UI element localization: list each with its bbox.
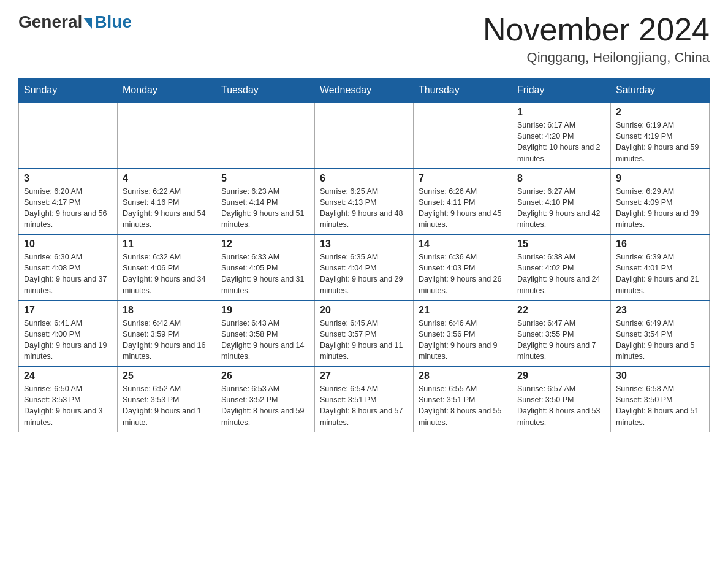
- calendar-cell: 4Sunrise: 6:22 AMSunset: 4:16 PMDaylight…: [118, 169, 216, 235]
- day-info: Sunrise: 6:20 AMSunset: 4:17 PMDaylight:…: [24, 186, 112, 231]
- calendar-cell: [414, 102, 512, 169]
- week-row-5: 24Sunrise: 6:50 AMSunset: 3:53 PMDayligh…: [19, 366, 710, 432]
- calendar-cell: 10Sunrise: 6:30 AMSunset: 4:08 PMDayligh…: [19, 234, 118, 301]
- day-info: Sunrise: 6:41 AMSunset: 4:00 PMDaylight:…: [24, 318, 112, 362]
- calendar-cell: 11Sunrise: 6:32 AMSunset: 4:06 PMDayligh…: [118, 234, 216, 301]
- day-number: 17: [24, 305, 112, 316]
- day-info: Sunrise: 6:30 AMSunset: 4:08 PMDaylight:…: [24, 251, 112, 296]
- week-row-2: 3Sunrise: 6:20 AMSunset: 4:17 PMDaylight…: [19, 169, 710, 235]
- day-info: Sunrise: 6:52 AMSunset: 3:53 PMDaylight:…: [123, 383, 211, 428]
- day-info: Sunrise: 6:57 AMSunset: 3:50 PMDaylight:…: [517, 383, 605, 428]
- calendar-cell: [216, 102, 315, 169]
- day-info: Sunrise: 6:38 AMSunset: 4:02 PMDaylight:…: [517, 251, 605, 296]
- day-number: 6: [320, 173, 408, 184]
- day-info: Sunrise: 6:25 AMSunset: 4:13 PMDaylight:…: [320, 186, 408, 231]
- day-info: Sunrise: 6:32 AMSunset: 4:06 PMDaylight:…: [123, 251, 211, 296]
- logo: General Blue: [18, 12, 132, 32]
- day-info: Sunrise: 6:42 AMSunset: 3:59 PMDaylight:…: [123, 318, 211, 362]
- day-info: Sunrise: 6:22 AMSunset: 4:16 PMDaylight:…: [123, 186, 211, 231]
- weekday-header-monday: Monday: [118, 79, 216, 103]
- calendar-cell: 15Sunrise: 6:38 AMSunset: 4:02 PMDayligh…: [512, 234, 611, 301]
- day-number: 21: [419, 305, 507, 316]
- day-number: 3: [24, 173, 112, 184]
- calendar-cell: 25Sunrise: 6:52 AMSunset: 3:53 PMDayligh…: [118, 366, 216, 432]
- calendar-cell: 21Sunrise: 6:46 AMSunset: 3:56 PMDayligh…: [414, 301, 512, 367]
- day-info: Sunrise: 6:33 AMSunset: 4:05 PMDaylight:…: [221, 251, 309, 296]
- day-number: 29: [517, 370, 605, 381]
- month-title: November 2024: [483, 12, 710, 47]
- location-title: Qinggang, Heilongjiang, China: [483, 50, 710, 66]
- calendar-cell: 18Sunrise: 6:42 AMSunset: 3:59 PMDayligh…: [118, 301, 216, 367]
- page-header: General Blue November 2024 Qinggang, Hei…: [18, 12, 710, 66]
- calendar-cell: 27Sunrise: 6:54 AMSunset: 3:51 PMDayligh…: [315, 366, 414, 432]
- weekday-header-wednesday: Wednesday: [315, 79, 414, 103]
- calendar-cell: 2Sunrise: 6:19 AMSunset: 4:19 PMDaylight…: [611, 102, 710, 169]
- week-row-3: 10Sunrise: 6:30 AMSunset: 4:08 PMDayligh…: [19, 234, 710, 301]
- day-number: 24: [24, 370, 112, 381]
- title-section: November 2024 Qinggang, Heilongjiang, Ch…: [483, 12, 710, 66]
- calendar-cell: 22Sunrise: 6:47 AMSunset: 3:55 PMDayligh…: [512, 301, 611, 367]
- day-number: 14: [419, 239, 507, 250]
- day-info: Sunrise: 6:43 AMSunset: 3:58 PMDaylight:…: [221, 318, 309, 362]
- weekday-header-sunday: Sunday: [19, 79, 118, 103]
- calendar-cell: 20Sunrise: 6:45 AMSunset: 3:57 PMDayligh…: [315, 301, 414, 367]
- calendar-cell: 9Sunrise: 6:29 AMSunset: 4:09 PMDaylight…: [611, 169, 710, 235]
- calendar-cell: 6Sunrise: 6:25 AMSunset: 4:13 PMDaylight…: [315, 169, 414, 235]
- day-info: Sunrise: 6:47 AMSunset: 3:55 PMDaylight:…: [517, 318, 605, 362]
- day-number: 26: [221, 370, 309, 381]
- day-info: Sunrise: 6:36 AMSunset: 4:03 PMDaylight:…: [419, 251, 507, 296]
- logo-general-text: General: [18, 12, 82, 32]
- day-info: Sunrise: 6:19 AMSunset: 4:19 PMDaylight:…: [616, 120, 704, 164]
- weekday-header-thursday: Thursday: [414, 79, 512, 103]
- day-info: Sunrise: 6:58 AMSunset: 3:50 PMDaylight:…: [616, 383, 704, 428]
- day-number: 9: [616, 173, 704, 184]
- day-number: 7: [419, 173, 507, 184]
- day-number: 25: [123, 370, 211, 381]
- day-info: Sunrise: 6:29 AMSunset: 4:09 PMDaylight:…: [616, 186, 704, 231]
- day-info: Sunrise: 6:55 AMSunset: 3:51 PMDaylight:…: [419, 383, 507, 428]
- day-number: 4: [123, 173, 211, 184]
- calendar-cell: [315, 102, 414, 169]
- day-number: 13: [320, 239, 408, 250]
- weekday-header-friday: Friday: [512, 79, 611, 103]
- day-number: 12: [221, 239, 309, 250]
- day-number: 30: [616, 370, 704, 381]
- calendar-cell: 12Sunrise: 6:33 AMSunset: 4:05 PMDayligh…: [216, 234, 315, 301]
- day-info: Sunrise: 6:23 AMSunset: 4:14 PMDaylight:…: [221, 186, 309, 231]
- day-info: Sunrise: 6:45 AMSunset: 3:57 PMDaylight:…: [320, 318, 408, 362]
- day-number: 15: [517, 239, 605, 250]
- weekday-header-saturday: Saturday: [611, 79, 710, 103]
- calendar-cell: 1Sunrise: 6:17 AMSunset: 4:20 PMDaylight…: [512, 102, 611, 169]
- day-number: 19: [221, 305, 309, 316]
- day-info: Sunrise: 6:39 AMSunset: 4:01 PMDaylight:…: [616, 251, 704, 296]
- calendar-cell: 8Sunrise: 6:27 AMSunset: 4:10 PMDaylight…: [512, 169, 611, 235]
- day-number: 27: [320, 370, 408, 381]
- day-number: 5: [221, 173, 309, 184]
- weekday-header-tuesday: Tuesday: [216, 79, 315, 103]
- day-info: Sunrise: 6:26 AMSunset: 4:11 PMDaylight:…: [419, 186, 507, 231]
- day-number: 22: [517, 305, 605, 316]
- day-number: 11: [123, 239, 211, 250]
- calendar-cell: 26Sunrise: 6:53 AMSunset: 3:52 PMDayligh…: [216, 366, 315, 432]
- day-info: Sunrise: 6:50 AMSunset: 3:53 PMDaylight:…: [24, 383, 112, 428]
- day-number: 23: [616, 305, 704, 316]
- day-info: Sunrise: 6:53 AMSunset: 3:52 PMDaylight:…: [221, 383, 309, 428]
- day-number: 2: [616, 107, 704, 118]
- day-info: Sunrise: 6:54 AMSunset: 3:51 PMDaylight:…: [320, 383, 408, 428]
- day-number: 18: [123, 305, 211, 316]
- day-number: 1: [517, 107, 605, 118]
- logo-blue-text: Blue: [94, 12, 132, 32]
- calendar-cell: 5Sunrise: 6:23 AMSunset: 4:14 PMDaylight…: [216, 169, 315, 235]
- calendar-cell: 17Sunrise: 6:41 AMSunset: 4:00 PMDayligh…: [19, 301, 118, 367]
- day-info: Sunrise: 6:17 AMSunset: 4:20 PMDaylight:…: [517, 120, 605, 164]
- day-info: Sunrise: 6:27 AMSunset: 4:10 PMDaylight:…: [517, 186, 605, 231]
- day-info: Sunrise: 6:46 AMSunset: 3:56 PMDaylight:…: [419, 318, 507, 362]
- calendar-cell: 29Sunrise: 6:57 AMSunset: 3:50 PMDayligh…: [512, 366, 611, 432]
- calendar-cell: 7Sunrise: 6:26 AMSunset: 4:11 PMDaylight…: [414, 169, 512, 235]
- day-number: 28: [419, 370, 507, 381]
- day-info: Sunrise: 6:35 AMSunset: 4:04 PMDaylight:…: [320, 251, 408, 296]
- calendar-cell: 16Sunrise: 6:39 AMSunset: 4:01 PMDayligh…: [611, 234, 710, 301]
- calendar-table: SundayMondayTuesdayWednesdayThursdayFrid…: [18, 78, 710, 432]
- calendar-cell: 3Sunrise: 6:20 AMSunset: 4:17 PMDaylight…: [19, 169, 118, 235]
- day-number: 8: [517, 173, 605, 184]
